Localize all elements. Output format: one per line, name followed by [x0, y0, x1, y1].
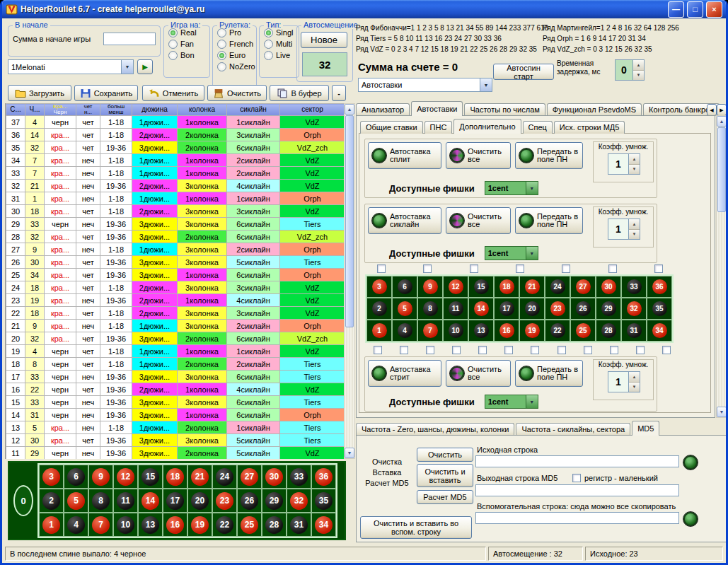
- header-dozen[interactable]: дюжина: [132, 104, 178, 116]
- bet-checkbox[interactable]: [400, 346, 408, 354]
- bet-checkbox[interactable]: [608, 264, 617, 273]
- history-row[interactable]: 2032кра...чет19-363дюжи...2колонка6сикла…: [6, 332, 345, 345]
- roulette-number-14[interactable]: 14: [138, 489, 163, 513]
- roulette-number-5[interactable]: 5: [64, 489, 88, 513]
- copy-to-buffer-button[interactable]: В буфер: [270, 85, 329, 101]
- tab-Общие ставки[interactable]: Общие ставки: [360, 121, 423, 134]
- load-button[interactable]: Загрузить: [8, 85, 71, 101]
- tab-Частоты по числам[interactable]: Частоты по числам: [464, 103, 545, 116]
- roulette-number-1[interactable]: 1: [39, 513, 64, 537]
- roulette-number-25[interactable]: 25: [237, 513, 262, 537]
- radio-nozero[interactable]: NoZero: [217, 62, 256, 71]
- history-row[interactable]: 194чернчет1-181дюжи...1колонка1сиклайнVd…: [6, 345, 345, 358]
- history-row[interactable]: 337кра...неч1-181дюжи...1колонка2сиклайн…: [6, 167, 345, 180]
- roulette-number-26[interactable]: 26: [570, 298, 596, 320]
- roulette-number-28[interactable]: 28: [596, 320, 621, 342]
- roulette-number-30[interactable]: 30: [596, 276, 621, 298]
- clear-all-sixline-button[interactable]: Очистить все: [446, 207, 511, 234]
- md5-helper-wheel-icon[interactable]: [683, 511, 698, 527]
- roulette-number-29[interactable]: 29: [596, 298, 621, 320]
- scroll-thumb[interactable]: [345, 115, 354, 327]
- bet-checkbox[interactable]: [426, 346, 434, 354]
- roulette-number-15[interactable]: 15: [468, 276, 494, 298]
- roulette-number-24[interactable]: 24: [212, 465, 237, 489]
- right-panel-scrollbar[interactable]: ▲ ▼: [716, 115, 727, 418]
- history-row[interactable]: 2534кра...чет19-363дюжи...1колонка6сикла…: [6, 269, 345, 281]
- roulette-number-13[interactable]: 13: [138, 513, 163, 537]
- roulette-number-11[interactable]: 11: [113, 489, 138, 513]
- spin-down-icon[interactable]: ▼: [629, 165, 640, 175]
- header-parity[interactable]: четн...: [76, 104, 100, 116]
- transfer-sixline-button[interactable]: Передать в поле ПН: [515, 207, 583, 234]
- roulette-number-32[interactable]: 32: [287, 489, 311, 513]
- history-row[interactable]: 2218кра...чет1-182дюжи...3колонка3сиклай…: [6, 307, 345, 320]
- undo-button[interactable]: Отменить: [142, 85, 204, 101]
- roulette-number-8[interactable]: 8: [417, 298, 443, 320]
- bet-checkbox[interactable]: [610, 346, 618, 354]
- tab-Функционал PsevdoMS[interactable]: Функционал PsevdoMS: [547, 103, 642, 116]
- radio-pro[interactable]: Pro: [217, 28, 256, 37]
- autobets-combo[interactable]: Автоставки ▼: [358, 78, 492, 92]
- history-row[interactable]: 2418кра...чет1-182дюжи...3колонка3сиклай…: [6, 281, 345, 294]
- history-table-scrollbar[interactable]: ▲ ▼: [344, 103, 355, 459]
- tab-Анализатор[interactable]: Анализатор: [356, 103, 410, 116]
- roulette-number-36[interactable]: 36: [311, 465, 336, 489]
- roulette-number-16[interactable]: 16: [494, 320, 519, 342]
- spin-down-icon[interactable]: ▼: [629, 230, 640, 240]
- street-coef-stepper[interactable]: 1 ▲▼: [608, 371, 640, 392]
- roulette-number-21[interactable]: 21: [519, 276, 545, 298]
- roulette-number-16[interactable]: 16: [163, 513, 187, 537]
- tab-Автоставки[interactable]: Автоставки: [411, 101, 463, 116]
- radio-singl[interactable]: Singl: [264, 28, 299, 37]
- radio-fan[interactable]: Fan: [168, 39, 209, 49]
- bet-checkbox[interactable]: [377, 264, 386, 273]
- roulette-number-3[interactable]: 3: [366, 276, 392, 298]
- history-row[interactable]: 3532кра...чет19-363дюжи...2колонка6сикла…: [6, 141, 345, 154]
- roulette-number-30[interactable]: 30: [262, 465, 287, 489]
- roulette-number-35[interactable]: 35: [311, 489, 336, 513]
- roulette-number-18[interactable]: 18: [163, 465, 187, 489]
- roulette-number-35[interactable]: 35: [647, 298, 672, 320]
- tab-scroll-left-button[interactable]: ◀: [707, 104, 717, 116]
- roulette-number-34[interactable]: 34: [647, 320, 672, 342]
- roulette-number-18[interactable]: 18: [494, 276, 519, 298]
- clear-all-street-button[interactable]: Очистить все: [446, 360, 511, 387]
- bet-checkbox[interactable]: [636, 346, 645, 354]
- roulette-number-11[interactable]: 11: [443, 298, 468, 320]
- bet-checkbox[interactable]: [423, 264, 432, 273]
- roulette-number-34[interactable]: 34: [311, 513, 336, 537]
- tab-Частота - Zero, шансы, дюжины, колонки[interactable]: Частота - Zero, шансы, дюжины, колонки: [356, 423, 514, 436]
- sixline-coef-stepper[interactable]: 1 ▲▼: [608, 219, 640, 240]
- scroll-down-icon[interactable]: ▼: [345, 448, 354, 458]
- radio-bon[interactable]: Bon: [168, 50, 209, 60]
- roulette-number-27[interactable]: 27: [570, 276, 596, 298]
- roulette-number-13[interactable]: 13: [468, 320, 494, 342]
- roulette-number-6[interactable]: 6: [392, 276, 417, 298]
- md5-clear-button[interactable]: Очистить: [417, 448, 473, 462]
- roulette-number-31[interactable]: 31: [621, 320, 647, 342]
- tab-ПНС[interactable]: ПНС: [424, 121, 453, 134]
- history-row[interactable]: 374чернчет1-181дюжи...1колонка1сиклайнVd…: [6, 116, 345, 129]
- strategy-combo[interactable]: 1Melonati ▼: [8, 59, 134, 74]
- history-row[interactable]: 1230кра...чет19-363дюжи...3колонка5сикла…: [6, 434, 345, 447]
- history-row[interactable]: 135кра...неч1-181дюжи...2колонка1сиклайн…: [6, 421, 345, 434]
- split-coef-stepper[interactable]: 1 ▲▼: [608, 153, 640, 175]
- history-row[interactable]: 1431черннеч19-363дюжи...1колонка6сиклайн…: [6, 409, 345, 421]
- roulette-number-32[interactable]: 32: [621, 298, 647, 320]
- radio-real[interactable]: Real: [168, 28, 209, 37]
- history-row[interactable]: 219кра...неч1-181дюжи...3колонка2сиклайн…: [6, 320, 345, 332]
- roulette-number-19[interactable]: 19: [519, 320, 545, 342]
- close-button[interactable]: ×: [706, 1, 722, 18]
- spin-up-icon[interactable]: ▲: [629, 372, 640, 383]
- roulette-number-4[interactable]: 4: [392, 320, 417, 342]
- roulette-number-23[interactable]: 23: [545, 298, 570, 320]
- radio-french[interactable]: French: [217, 39, 256, 49]
- roulette-number-21[interactable]: 21: [187, 465, 212, 489]
- md5-calc-button[interactable]: Расчет MD5: [417, 490, 473, 504]
- roulette-number-17[interactable]: 17: [163, 489, 187, 513]
- bet-checkbox[interactable]: [662, 346, 671, 354]
- spin-up-icon[interactable]: ▲: [629, 154, 640, 165]
- roulette-number-12[interactable]: 12: [443, 276, 468, 298]
- history-row[interactable]: 1129черннеч19-363дюжи...2колонка5сиклайн…: [6, 447, 345, 460]
- header-number[interactable]: Ч...: [25, 104, 45, 116]
